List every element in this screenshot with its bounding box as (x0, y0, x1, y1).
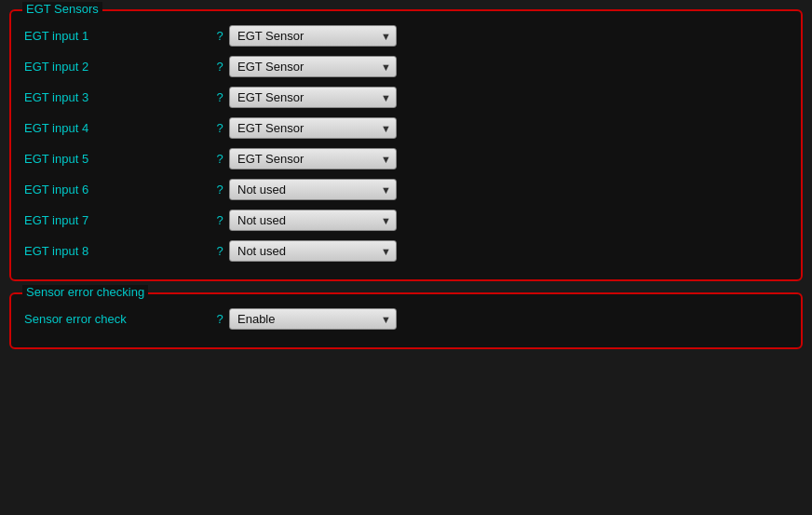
dropdown-3[interactable]: EGT SensorNot used (229, 87, 397, 108)
help-icon-2[interactable]: ? (210, 60, 229, 74)
dropdown-8[interactable]: EGT SensorNot used (229, 240, 397, 262)
dropdown-wrapper-7: EGT SensorNot used▼ (229, 210, 397, 231)
input-row-6: EGT input 6?EGT SensorNot used▼ (24, 174, 788, 205)
dropdown-5[interactable]: EGT SensorNot used (229, 148, 397, 169)
dropdown-1[interactable]: EGT SensorNot used (229, 25, 397, 47)
input-row-1: Sensor error check?EnableDisable▼ (24, 304, 788, 334)
egt-sensors-panel: EGT Sensors EGT input 1?EGT SensorNot us… (9, 9, 803, 281)
input-row-2: EGT input 2?EGT SensorNot used▼ (24, 51, 788, 82)
dropdown-wrapper-8: EGT SensorNot used▼ (229, 240, 397, 262)
dropdown-wrapper-2: EGT SensorNot used▼ (229, 56, 397, 77)
row-label-2: EGT input 2 (24, 60, 210, 74)
dropdown-2[interactable]: EGT SensorNot used (229, 56, 397, 77)
help-icon-5[interactable]: ? (210, 152, 229, 166)
row-label-7: EGT input 7 (24, 213, 210, 227)
dropdown-wrapper-5: EGT SensorNot used▼ (229, 148, 397, 169)
dropdown-4[interactable]: EGT SensorNot used (229, 117, 397, 139)
input-row-8: EGT input 8?EGT SensorNot used▼ (24, 236, 788, 266)
input-row-1: EGT input 1?EGT SensorNot used▼ (24, 20, 788, 51)
row-label-1: EGT input 1 (24, 29, 210, 43)
row-label-4: EGT input 4 (24, 121, 210, 135)
help-icon-1[interactable]: ? (210, 312, 229, 326)
dropdown-wrapper-6: EGT SensorNot used▼ (229, 179, 397, 200)
dropdown-7[interactable]: EGT SensorNot used (229, 210, 397, 231)
sensor-error-panel: Sensor error checking Sensor error check… (9, 292, 803, 349)
help-icon-7[interactable]: ? (210, 213, 229, 227)
input-row-4: EGT input 4?EGT SensorNot used▼ (24, 113, 788, 143)
dropdown-wrapper-3: EGT SensorNot used▼ (229, 87, 397, 108)
input-row-5: EGT input 5?EGT SensorNot used▼ (24, 143, 788, 174)
help-icon-6[interactable]: ? (210, 183, 229, 197)
input-row-7: EGT input 7?EGT SensorNot used▼ (24, 205, 788, 236)
dropdown-1[interactable]: EnableDisable (229, 308, 397, 330)
dropdown-wrapper-1: EnableDisable▼ (229, 308, 397, 330)
row-label-1: Sensor error check (24, 312, 210, 326)
row-label-3: EGT input 3 (24, 90, 210, 104)
help-icon-8[interactable]: ? (210, 244, 229, 258)
dropdown-wrapper-4: EGT SensorNot used▼ (229, 117, 397, 139)
help-icon-1[interactable]: ? (210, 29, 229, 43)
dropdown-6[interactable]: EGT SensorNot used (229, 179, 397, 200)
row-label-8: EGT input 8 (24, 244, 210, 258)
help-icon-3[interactable]: ? (210, 90, 229, 104)
row-label-6: EGT input 6 (24, 183, 210, 197)
sensor-error-title: Sensor error checking (22, 285, 148, 299)
egt-sensors-title: EGT Sensors (22, 2, 102, 16)
row-label-5: EGT input 5 (24, 152, 210, 166)
input-row-3: EGT input 3?EGT SensorNot used▼ (24, 82, 788, 113)
help-icon-4[interactable]: ? (210, 121, 229, 135)
dropdown-wrapper-1: EGT SensorNot used▼ (229, 25, 397, 47)
